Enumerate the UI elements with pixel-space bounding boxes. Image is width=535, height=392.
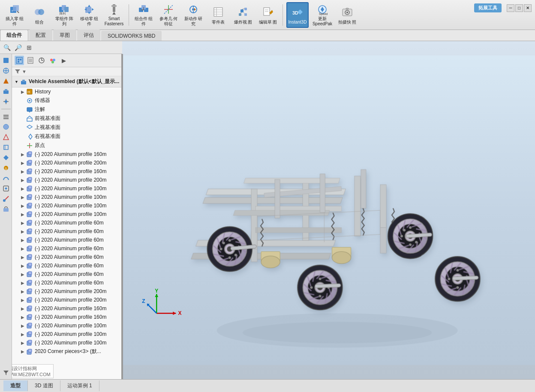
tree-item[interactable]: ▶(-) 2020 Aluminum profile 60m xyxy=(12,253,122,261)
tree-item[interactable]: ▶(-) 2020 Aluminum profile 60m xyxy=(12,270,122,278)
expand-arrow[interactable]: ▶ xyxy=(20,271,26,277)
reference-geometry-button[interactable]: 参考几 何特征 xyxy=(157,2,180,28)
bom-button[interactable]: 零件表 xyxy=(207,2,229,28)
tree-item[interactable]: ▶(-) 2020 Aluminum profile 60m xyxy=(12,227,122,236)
tree-item[interactable]: ▶(-) 2020 Aluminum profile 60m xyxy=(12,278,122,287)
tree-item[interactable]: 注解 xyxy=(12,105,122,114)
tree-appearance-tab[interactable] xyxy=(48,56,57,65)
left-tool-8[interactable] xyxy=(1,132,11,142)
tree-item[interactable]: ▶(-) 2020 Aluminum profile 100m xyxy=(12,321,122,330)
tree-property-tab[interactable] xyxy=(26,56,35,65)
bottom-tab-modeling[interactable]: 造型 xyxy=(3,380,28,391)
zoom-area-button[interactable]: 🔎 xyxy=(13,42,23,53)
tree-item[interactable]: ▶(-) 2020 Aluminum profile 200m xyxy=(12,287,122,296)
tree-item[interactable]: ▶(-) 2020 Aluminum profile 100m xyxy=(12,193,122,201)
instant3d-button[interactable]: 3D Instant3D xyxy=(286,2,309,28)
expand-arrow[interactable]: ▶ xyxy=(20,288,26,294)
expand-arrow[interactable] xyxy=(20,98,26,104)
expand-arrow[interactable] xyxy=(20,125,26,131)
expand-arrow[interactable]: ▶ xyxy=(20,160,26,166)
left-tool-7[interactable] xyxy=(1,122,11,132)
smart-fasteners-button[interactable]: Smart Fasteners xyxy=(103,2,125,28)
assembly-title-row[interactable]: ▼ Vehicle Assembled (默认<默认_显示... xyxy=(12,76,122,87)
tree-config-tab[interactable] xyxy=(37,56,46,65)
expand-arrow[interactable]: ▶ xyxy=(20,211,26,217)
expand-arrow[interactable]: ▶ xyxy=(20,314,26,320)
tree-item[interactable]: ▶(-) 2020 Aluminum profile 160m xyxy=(12,150,122,159)
expand-arrow[interactable] xyxy=(20,107,26,113)
tree-item[interactable]: 原点 xyxy=(12,141,122,150)
motion-study-button[interactable]: 新动作 研究 xyxy=(182,2,204,28)
tree-item[interactable]: ▶(-) 2020 Aluminum profile 200m xyxy=(12,159,122,167)
expand-arrow[interactable]: ▶ xyxy=(20,331,26,337)
tab-configuration[interactable]: 配置 xyxy=(29,30,52,41)
left-tool-15[interactable] xyxy=(1,204,11,214)
tree-item[interactable]: ▶(-) 2020 Aluminum profile 60m xyxy=(12,236,122,244)
tree-feature-tab[interactable] xyxy=(15,56,24,65)
expand-arrow[interactable]: ▶ xyxy=(20,177,26,183)
tab-assembly[interactable]: 组合件 xyxy=(0,30,28,41)
screenshot-button[interactable]: 拍摄快 照 xyxy=(336,2,358,28)
edit-sketch-button[interactable]: 编辑草 图 xyxy=(257,2,279,28)
tree-more-button[interactable]: ▶ xyxy=(59,56,69,65)
expand-arrow[interactable]: ▶ xyxy=(20,305,26,311)
bottom-tab-motion[interactable]: 运动算例 1 xyxy=(60,380,99,391)
tree-item[interactable]: ▶(-) 2020 Aluminum profile 60m xyxy=(12,244,122,253)
part-pattern-button[interactable]: 阵列 零组件 阵列 xyxy=(53,2,75,28)
expand-arrow[interactable]: ▶ xyxy=(20,340,26,346)
expand-arrow[interactable]: ▶ xyxy=(20,323,26,329)
tree-item[interactable]: ▶(-) 2020 Aluminum profile 200m xyxy=(12,296,122,304)
tree-item[interactable]: 前视基准面 xyxy=(12,114,122,123)
expand-arrow[interactable] xyxy=(20,116,26,122)
expand-arrow[interactable]: ▶ xyxy=(20,220,26,226)
tree-item[interactable]: ▶(-) 2020 Aluminum profile 100m xyxy=(12,330,122,338)
restore-button[interactable]: □ xyxy=(515,4,523,12)
left-tool-14[interactable] xyxy=(1,194,11,203)
tree-item[interactable]: ▶(-) 2020 Aluminum profile 160m xyxy=(12,167,122,176)
expand-arrow[interactable] xyxy=(20,134,26,140)
tree-item[interactable]: 上视基准面 xyxy=(12,123,122,132)
expand-arrow[interactable]: ▶ xyxy=(20,349,26,355)
tree-item[interactable]: ▶(-) 2020 Aluminum profile 100m xyxy=(12,338,122,347)
plugin-button[interactable]: 拓展工具 xyxy=(474,3,502,12)
minimize-button[interactable]: ─ xyxy=(507,4,514,12)
expand-arrow[interactable]: ▶ xyxy=(20,151,26,157)
expand-arrow[interactable]: ▶ xyxy=(20,245,26,251)
tree-item[interactable]: ▶(-) 2020 Aluminum profile 60m xyxy=(12,218,122,227)
combine-button[interactable]: 组合 xyxy=(28,2,51,28)
left-tool-4[interactable] xyxy=(1,87,11,96)
expand-arrow[interactable]: ▶ xyxy=(20,89,26,95)
expand-arrow[interactable]: ▶ xyxy=(20,194,26,200)
assembly-component-button[interactable]: 组合件 组件 xyxy=(132,2,155,28)
insert-part-button[interactable]: + 插入零 组件 xyxy=(3,2,26,28)
tree-item[interactable]: ▶(-) 2020 Aluminum profile 160m xyxy=(12,304,122,313)
expand-arrow[interactable]: ▶ xyxy=(20,186,26,192)
tree-item[interactable]: ▶(-) 2020 Aluminum profile 160m xyxy=(12,313,122,321)
close-viewport-button[interactable]: ✕ xyxy=(524,4,532,12)
left-tool-2[interactable] xyxy=(1,66,11,75)
view-options-button[interactable]: ⊞ xyxy=(24,42,34,53)
tree-item[interactable]: ▶(-) 2020 Aluminum profile 100m xyxy=(12,210,122,218)
tree-item[interactable]: ▶2020 Corner pieces<3> (默... xyxy=(12,347,122,356)
expand-arrow[interactable]: ▶ xyxy=(20,237,26,243)
tree-item[interactable]: ▶HHistory xyxy=(12,87,122,96)
expand-arrow[interactable]: ▶ xyxy=(20,280,26,286)
expand-arrow[interactable]: ▶ xyxy=(20,297,26,303)
tree-item[interactable]: ▶(-) 2020 Aluminum profile 100m xyxy=(12,184,122,193)
tree-item[interactable]: ▶(-) 2020 Aluminum profile 60m xyxy=(12,261,122,270)
left-tool-3[interactable] xyxy=(1,76,11,86)
expand-arrow[interactable]: ▶ xyxy=(20,263,26,269)
left-tool-1[interactable] xyxy=(1,56,11,65)
bottom-tab-3d[interactable]: 3D 道图 xyxy=(28,380,60,391)
tab-evaluate[interactable]: 评估 xyxy=(77,30,100,41)
left-tool-6[interactable] xyxy=(1,112,11,121)
left-tool-10[interactable] xyxy=(1,153,11,162)
move-component-button[interactable]: 移动零 组件 xyxy=(78,2,100,28)
tree-item[interactable]: 传感器 xyxy=(12,96,122,105)
zoom-fit-button[interactable]: 🔍 xyxy=(2,42,12,53)
left-tool-11[interactable]: S xyxy=(1,163,11,173)
left-tool-5[interactable] xyxy=(1,97,11,106)
tab-solidworks-mbd[interactable]: SOLIDWORKS MBD xyxy=(101,31,162,41)
expand-arrow[interactable]: ▶ xyxy=(20,203,26,209)
resize-handle[interactable] xyxy=(121,54,123,379)
